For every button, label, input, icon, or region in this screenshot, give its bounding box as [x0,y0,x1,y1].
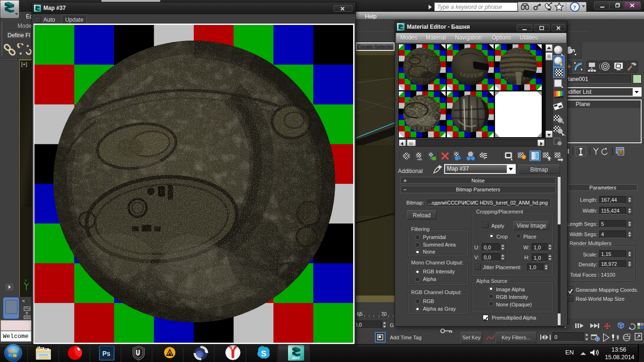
svg-text:✱: ✱ [26,44,29,48]
svg-text:65: 65 [357,311,363,317]
svg-text:?: ? [573,4,577,11]
svg-text:70: 70 [381,311,387,317]
svg-text:Y: Y [25,279,27,283]
svg-text:S: S [261,349,266,358]
svg-text:MAX: MAX [292,356,300,360]
svg-text:✱: ✱ [19,52,22,55]
svg-text:Ps: Ps [102,350,110,357]
